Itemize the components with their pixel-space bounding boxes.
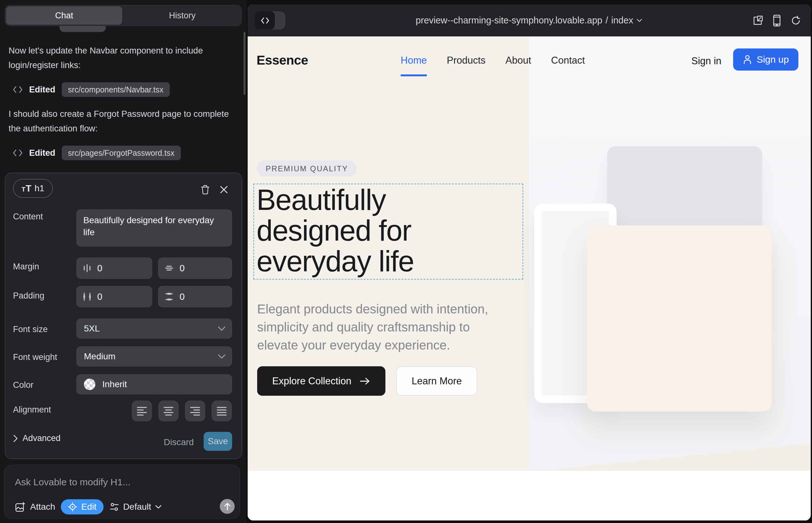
align-right-button[interactable] [185,400,205,421]
prompt-input[interactable]: Ask Lovable to modify H1... [15,477,130,488]
edit-mode-button[interactable]: Edit [61,499,103,515]
nav-products[interactable]: Products [447,55,486,66]
clipped-chat-chip [59,26,106,32]
element-tag-pill[interactable]: TT h1 [13,179,53,198]
typography-icon: TT [21,184,31,193]
font-weight-select[interactable]: Medium [76,346,232,366]
color-label: Color [13,380,34,390]
hero-paragraph: Elegant products designed with intention… [257,300,488,354]
sign-up-label: Sign up [757,54,789,65]
edit-label: Edit [81,502,96,512]
edited-label: Edited [29,85,55,95]
advanced-label: Advanced [22,433,60,443]
preview-window: preview--charming-site-symphony.lovable.… [248,4,811,521]
padding-vertical-icon [164,292,174,301]
content-input[interactable]: Beautifully designed for everyday life [76,209,232,247]
edited-file-pill[interactable]: src/components/Navbar.tsx [62,82,170,97]
browser-chrome: preview--charming-site-symphony.lovable.… [248,4,811,36]
site-viewport: Essence Home Products About Contact Sign… [248,36,811,521]
padding-x-value: 0 [97,292,102,302]
align-left-button[interactable] [132,400,152,421]
padding-label: Padding [13,291,44,301]
nav-about[interactable]: About [506,55,531,66]
margin-x-value: 0 [97,263,102,273]
learn-more-button[interactable]: Learn More [396,366,477,396]
nav-contact[interactable]: Contact [551,55,585,66]
chevron-down-icon [217,354,226,359]
padding-y-input[interactable]: 0 [158,286,232,307]
chevron-right-icon [13,434,18,443]
font-size-value: 5XL [84,324,100,334]
advanced-toggle[interactable]: Advanced [13,433,60,443]
sign-up-button[interactable]: Sign up [733,49,798,71]
prompt-card: Ask Lovable to modify H1... Attach Edit … [4,465,240,519]
align-justify-button[interactable] [212,400,232,421]
mobile-view-icon[interactable] [773,15,781,26]
font-size-label: Font size [13,325,48,334]
discard-button[interactable]: Discard [164,433,194,451]
send-button[interactable] [220,499,235,514]
premium-quality-badge: PREMIUM QUALITY [257,161,357,177]
arrow-right-icon [359,377,370,385]
margin-horizontal-icon [83,264,91,273]
element-tag-name: h1 [35,183,44,194]
assistant-message: Now let's update the Navbar component to… [8,43,233,72]
sign-in-link[interactable]: Sign in [691,55,721,67]
hero-heading[interactable]: Beautifully designed for everyday life [257,184,523,277]
site-logo[interactable]: Essence [257,53,308,68]
chat-scrollbar[interactable] [244,32,245,95]
sliders-icon [109,502,119,511]
attach-label: Attach [30,502,55,512]
tab-chat[interactable]: Chat [6,6,122,25]
explore-collection-button[interactable]: Explore Collection [257,366,385,396]
padding-horizontal-icon [83,292,91,301]
edited-file-pill[interactable]: src/pages/ForgotPassword.tsx [62,146,181,160]
color-swatch [84,379,95,390]
decorative-cream-card [587,226,772,412]
tab-history[interactable]: History [124,6,240,25]
align-center-button[interactable] [158,400,179,421]
margin-x-input[interactable]: 0 [76,257,152,279]
hero-section: Essence Home Products About Contact Sign… [248,36,811,471]
edited-label: Edited [29,148,55,158]
assistant-message: I should also create a Forgot Password p… [8,107,233,136]
code-icon [13,149,23,157]
content-label: Content [13,212,43,222]
nav-home[interactable]: Home [401,55,427,66]
font-weight-label: Font weight [13,353,57,362]
refresh-icon[interactable] [791,15,801,26]
edited-file-row: Edited src/pages/ForgotPassword.tsx [13,146,181,160]
delete-element-button[interactable] [200,184,210,195]
attach-button[interactable]: Attach [15,502,55,512]
element-editor-panel: TT h1 Content Beautifully designed for e… [5,173,242,459]
padding-x-input[interactable]: 0 [76,286,152,307]
chevron-down-icon [636,18,642,22]
chevron-down-icon [217,326,226,331]
url-host: preview--charming-site-symphony.lovable.… [416,15,602,26]
url-bar[interactable]: preview--charming-site-symphony.lovable.… [248,4,811,36]
user-icon [743,54,752,65]
mode-select[interactable]: Default [109,502,162,512]
chevron-down-icon [155,505,162,509]
chat-history-tabbar: Chat History [5,5,242,26]
alignment-label: Alignment [13,405,51,415]
color-value: Inherit [102,379,127,390]
close-editor-button[interactable] [219,185,228,194]
save-button[interactable]: Save [204,432,232,451]
next-section [248,471,811,521]
url-page: index [611,15,633,26]
cta-primary-label: Explore Collection [272,376,352,387]
margin-vertical-icon [164,264,174,273]
edited-file-row: Edited src/components/Navbar.tsx [13,82,170,97]
chat-panel: Chat History Now let's update the Navbar… [0,0,246,523]
margin-y-input[interactable]: 0 [158,257,232,279]
target-icon [68,502,77,511]
mode-label: Default [123,502,152,512]
open-external-icon[interactable] [753,15,763,26]
color-select[interactable]: Inherit [76,374,232,395]
font-size-select[interactable]: 5XL [76,319,232,339]
margin-label: Margin [13,262,39,272]
browser-actions [753,4,801,36]
padding-y-value: 0 [180,292,184,302]
url-separator: / [605,15,608,26]
